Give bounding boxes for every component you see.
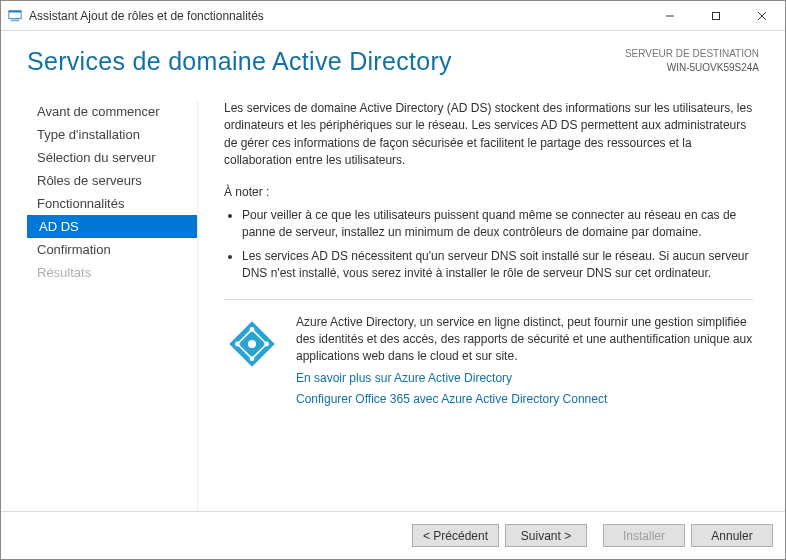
- wizard-window: Assistant Ajout de rôles et de fonctionn…: [0, 0, 786, 560]
- nav-item-confirmation[interactable]: Confirmation: [27, 238, 197, 261]
- notes-list: Pour veiller à ce que les utilisateurs p…: [224, 207, 753, 283]
- intro-paragraph: Les services de domaine Active Directory…: [224, 100, 753, 170]
- main-panel: Les services de domaine Active Directory…: [197, 100, 759, 511]
- azure-o365-link[interactable]: Configurer Office 365 avec Azure Active …: [296, 391, 753, 408]
- close-button[interactable]: [739, 1, 785, 31]
- svg-point-9: [250, 326, 255, 331]
- destination-value: WIN-5UOVK59S24A: [625, 61, 759, 75]
- maximize-button[interactable]: [693, 1, 739, 31]
- install-button: Installer: [603, 524, 685, 547]
- notes-heading: À noter :: [224, 184, 753, 201]
- cancel-button[interactable]: Annuler: [691, 524, 773, 547]
- next-button[interactable]: Suivant >: [505, 524, 587, 547]
- nav-item-results: Résultats: [27, 261, 197, 284]
- svg-point-11: [250, 356, 255, 361]
- body: Avant de commencer Type d'installation S…: [27, 100, 759, 511]
- divider: [224, 299, 753, 300]
- window-title: Assistant Ajout de rôles et de fonctionn…: [29, 9, 264, 23]
- destination-block: SERVEUR DE DESTINATION WIN-5UOVK59S24A: [625, 47, 759, 75]
- azure-text-block: Azure Active Directory, un service en li…: [296, 314, 753, 409]
- nav-item-installation-type[interactable]: Type d'installation: [27, 123, 197, 146]
- azure-description: Azure Active Directory, un service en li…: [296, 314, 753, 366]
- nav-item-server-selection[interactable]: Sélection du serveur: [27, 146, 197, 169]
- svg-point-13: [248, 339, 256, 347]
- minimize-button[interactable]: [647, 1, 693, 31]
- content-area: Services de domaine Active Directory SER…: [1, 31, 785, 511]
- azure-ad-icon: [224, 314, 280, 409]
- titlebar: Assistant Ajout de rôles et de fonctionn…: [1, 1, 785, 31]
- note-item: Pour veiller à ce que les utilisateurs p…: [242, 207, 753, 242]
- svg-point-12: [235, 341, 240, 346]
- destination-label: SERVEUR DE DESTINATION: [625, 47, 759, 61]
- server-manager-icon: [7, 8, 23, 24]
- svg-rect-4: [713, 12, 720, 19]
- azure-learn-more-link[interactable]: En savoir plus sur Azure Active Director…: [296, 370, 753, 387]
- azure-block: Azure Active Directory, un service en li…: [224, 314, 753, 409]
- nav-item-before-you-begin[interactable]: Avant de commencer: [27, 100, 197, 123]
- nav-item-adds[interactable]: AD DS: [27, 215, 197, 238]
- svg-rect-2: [11, 19, 20, 21]
- page-title: Services de domaine Active Directory: [27, 47, 452, 76]
- nav-item-server-roles[interactable]: Rôles de serveurs: [27, 169, 197, 192]
- note-item: Les services AD DS nécessitent qu'un ser…: [242, 248, 753, 283]
- svg-point-10: [264, 341, 269, 346]
- header-row: Services de domaine Active Directory SER…: [27, 47, 759, 76]
- footer: < Précédent Suivant > Installer Annuler: [1, 511, 785, 559]
- wizard-nav: Avant de commencer Type d'installation S…: [27, 100, 197, 511]
- nav-item-features[interactable]: Fonctionnalités: [27, 192, 197, 215]
- svg-rect-1: [9, 10, 21, 12]
- previous-button[interactable]: < Précédent: [412, 524, 499, 547]
